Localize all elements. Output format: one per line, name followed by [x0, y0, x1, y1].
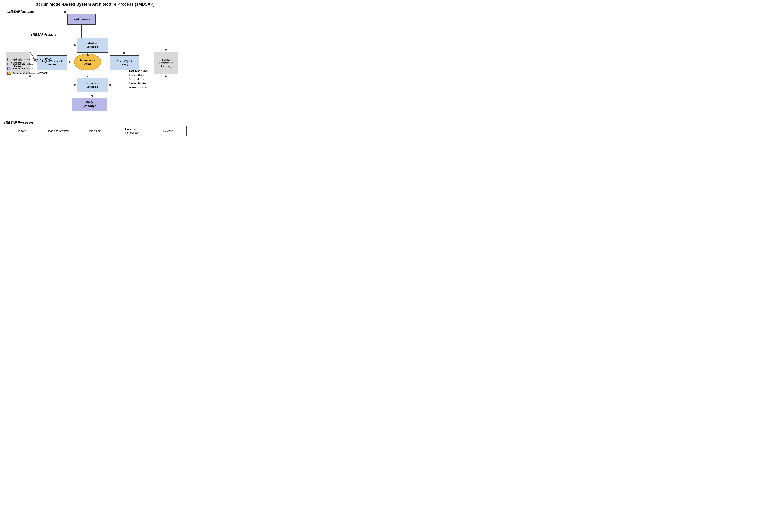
role-system-architect: System Architect [129, 81, 150, 86]
artifacts-label: sMBSAP Artifacts [31, 33, 56, 36]
legend-blue-label: Inherited from MBSAP [13, 62, 34, 66]
legend: Modified to integrate Scrum and MBSAP In… [8, 57, 51, 76]
roles-title: sMBSAP Roles [129, 69, 150, 73]
processes-title: sMBSAP Processes [4, 121, 187, 125]
process-release: Release [150, 126, 186, 136]
sprint-retro-box: Sprint Retro [68, 14, 95, 25]
diagram-area: sMBSAP Meetings sMBSAP Artifacts Sprint … [4, 9, 187, 119]
operational-viewpoint-box: OperationalViewpoint [77, 78, 108, 92]
process-implement: Implement [77, 126, 114, 136]
product-sprint-backlog-box: Product/SprintBacklog [110, 55, 139, 71]
legend-gray-label: Modified to integrate Scrum and MBSAP [13, 57, 51, 61]
daily-standups-box: DailyStandups [72, 98, 107, 111]
increment-demo-box: Increment /Demo [74, 54, 101, 71]
role-scrum-master: Scrum Master [129, 77, 150, 81]
roles-section: sMBSAP Roles Product Owner Scrum Master … [129, 69, 150, 89]
legend-purple-label: Inherited from Scrum [13, 67, 33, 71]
physical-viewpoint-box: PhysicalViewpoint [77, 38, 108, 53]
role-product-owner: Product Owner [129, 73, 150, 77]
process-initiate: Initiate [4, 126, 40, 136]
processes-section: sMBSAP Processes Initiate Plan and Archi… [4, 121, 187, 137]
process-review-retrospect: Review andRetrospect [113, 126, 150, 136]
process-plan-architect: Plan and Architect [40, 126, 77, 136]
role-development-team: Development Team [129, 86, 150, 89]
main-title: Scrum Model-Based System Architecture Pr… [4, 2, 187, 7]
meetings-label: sMBSAP Meetings [8, 10, 34, 14]
legend-orange-label: Common in both Scrum and MBSAP [13, 71, 48, 75]
sprint-arch-planning-box: Sprint /ArchitecturePlanning [154, 52, 178, 74]
processes-bar: Initiate Plan and Architect Implement Re… [4, 126, 187, 137]
